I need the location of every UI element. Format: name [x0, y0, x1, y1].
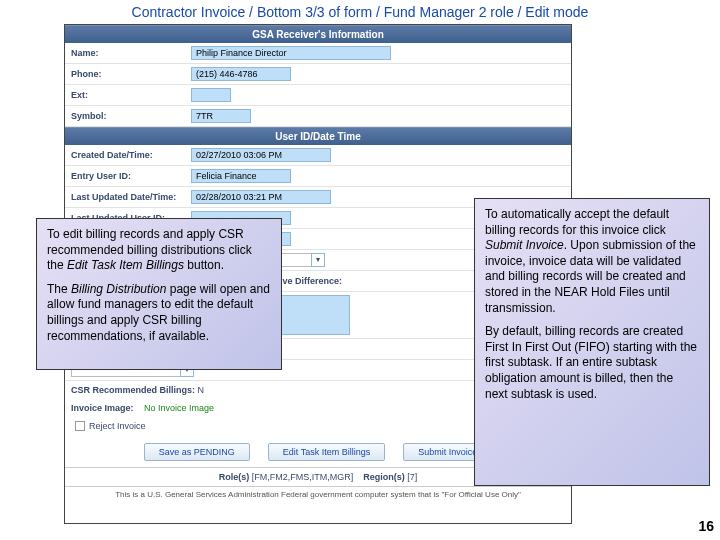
- row-created: Created Date/Time: 02/27/2010 03:06 PM: [65, 145, 571, 166]
- row-phone: Phone: (215) 446-4786: [65, 64, 571, 85]
- value-last-updated: 02/28/2010 03:21 PM: [191, 190, 331, 204]
- value-created: 02/27/2010 03:06 PM: [191, 148, 331, 162]
- label-phone: Phone:: [71, 69, 191, 79]
- edit-task-item-billings-button[interactable]: Edit Task Item Billings: [268, 443, 385, 461]
- chevron-down-icon[interactable]: ▾: [311, 253, 325, 267]
- row-symbol: Symbol: 7TR: [65, 106, 571, 127]
- label-name: Name:: [71, 48, 191, 58]
- row-name: Name: Philip Finance Director: [65, 43, 571, 64]
- callout-left: To edit billing records and apply CSR re…: [36, 218, 282, 370]
- label-ext: Ext:: [71, 90, 191, 100]
- label-reject: Reject Invoice: [89, 421, 146, 431]
- value-name[interactable]: Philip Finance Director: [191, 46, 391, 60]
- section-header-dates: User ID/Date Time: [65, 127, 571, 145]
- label-last-updated: Last Updated Date/Time:: [71, 192, 191, 202]
- value-phone[interactable]: (215) 446-4786: [191, 67, 291, 81]
- section-header-receiver: GSA Receiver's Information: [65, 25, 571, 43]
- page-number: 16: [698, 518, 714, 534]
- label-entry-user: Entry User ID:: [71, 171, 191, 181]
- value-ext[interactable]: [191, 88, 231, 102]
- footer-legal: This is a U.S. General Services Administ…: [65, 486, 571, 501]
- value-entry-user: Felicia Finance: [191, 169, 291, 183]
- save-pending-button[interactable]: Save as PENDING: [144, 443, 250, 461]
- slide-title: Contractor Invoice / Bottom 3/3 of form …: [0, 0, 720, 22]
- value-symbol[interactable]: 7TR: [191, 109, 251, 123]
- checkbox[interactable]: [75, 421, 85, 431]
- row-ext: Ext:: [65, 85, 571, 106]
- callout-right: To automatically accept the default bill…: [474, 198, 710, 486]
- row-entry-user: Entry User ID: Felicia Finance: [65, 166, 571, 187]
- label-created: Created Date/Time:: [71, 150, 191, 160]
- label-symbol: Symbol:: [71, 111, 191, 121]
